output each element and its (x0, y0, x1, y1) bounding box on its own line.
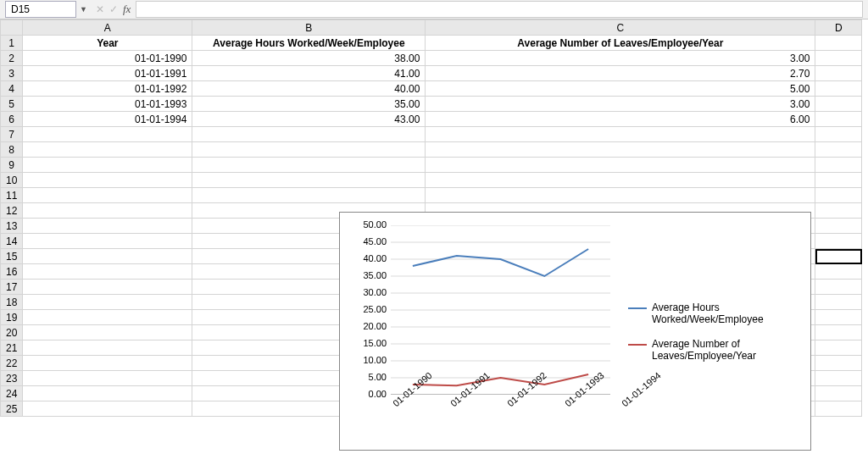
cell-A3[interactable]: 01-01-1991 (23, 66, 192, 81)
cell-A10[interactable] (23, 173, 192, 188)
row-header-9[interactable]: 9 (1, 158, 23, 173)
row-header-14[interactable]: 14 (1, 234, 23, 249)
row-header-22[interactable]: 22 (1, 356, 23, 371)
cell-A18[interactable] (23, 295, 192, 310)
row-header-8[interactable]: 8 (1, 142, 23, 158)
row-header-15[interactable]: 15 (1, 249, 23, 264)
row-header-19[interactable]: 19 (1, 310, 23, 325)
cell-A24[interactable] (23, 386, 192, 401)
cell-A16[interactable] (23, 264, 192, 280)
col-header-A[interactable]: A (23, 20, 192, 36)
cell-B11[interactable] (192, 188, 426, 203)
cell-C7[interactable] (426, 127, 815, 142)
cell-D2[interactable] (815, 51, 862, 66)
row-header-25[interactable]: 25 (1, 401, 23, 417)
cell-D22[interactable] (815, 356, 862, 371)
cell-B7[interactable] (192, 127, 426, 142)
cell-D8[interactable] (815, 142, 862, 158)
cell-D12[interactable] (815, 203, 862, 219)
cell-D18[interactable] (815, 295, 862, 310)
row-header-23[interactable]: 23 (1, 371, 23, 386)
enter-icon[interactable]: ✓ (109, 3, 118, 15)
cell-D25[interactable] (815, 401, 862, 417)
cell-A23[interactable] (23, 371, 192, 386)
cell-D9[interactable] (815, 158, 862, 173)
cell-C9[interactable] (426, 158, 815, 173)
cell-B9[interactable] (192, 158, 426, 173)
cell-C6[interactable]: 6.00 (426, 112, 815, 127)
col-header-corner[interactable] (1, 20, 23, 36)
cell-C5[interactable]: 3.00 (426, 97, 815, 112)
fx-icon[interactable]: fx (123, 3, 131, 16)
cell-A8[interactable] (23, 142, 192, 158)
cell-A6[interactable]: 01-01-1994 (23, 112, 192, 127)
cell-A21[interactable] (23, 340, 192, 356)
cell-D14[interactable] (815, 234, 862, 249)
row-header-13[interactable]: 13 (1, 219, 23, 234)
row-header-18[interactable]: 18 (1, 295, 23, 310)
cell-C3[interactable]: 2.70 (426, 66, 815, 81)
row-header-4[interactable]: 4 (1, 81, 23, 97)
row-header-24[interactable]: 24 (1, 386, 23, 401)
row-header-7[interactable]: 7 (1, 127, 23, 142)
cell-D17[interactable] (815, 280, 862, 295)
cell-D3[interactable] (815, 66, 862, 81)
row-header-5[interactable]: 5 (1, 97, 23, 112)
cell-B3[interactable]: 41.00 (192, 66, 426, 81)
cell-C4[interactable]: 5.00 (426, 81, 815, 97)
cell-C8[interactable] (426, 142, 815, 158)
row-header-17[interactable]: 17 (1, 280, 23, 295)
row-header-16[interactable]: 16 (1, 264, 23, 280)
cell-D6[interactable] (815, 112, 862, 127)
formula-input[interactable] (136, 1, 863, 18)
row-header-1[interactable]: 1 (1, 36, 23, 51)
cell-A11[interactable] (23, 188, 192, 203)
cell-D20[interactable] (815, 325, 862, 340)
cell-D4[interactable] (815, 81, 862, 97)
cell-A14[interactable] (23, 234, 192, 249)
row-header-6[interactable]: 6 (1, 112, 23, 127)
cell-C10[interactable] (426, 173, 815, 188)
cell-A20[interactable] (23, 325, 192, 340)
cell-B10[interactable] (192, 173, 426, 188)
cell-A15[interactable] (23, 249, 192, 264)
cell-D21[interactable] (815, 340, 862, 356)
cell-A17[interactable] (23, 280, 192, 295)
cell-C11[interactable] (426, 188, 815, 203)
row-header-20[interactable]: 20 (1, 325, 23, 340)
cell-A2[interactable]: 01-01-1990 (23, 51, 192, 66)
chart-container[interactable]: 0.005.0010.0015.0020.0025.0030.0035.0040… (339, 212, 811, 417)
cell-D5[interactable] (815, 97, 862, 112)
cell-D13[interactable] (815, 219, 862, 234)
row-header-10[interactable]: 10 (1, 173, 23, 188)
cell-B4[interactable]: 40.00 (192, 81, 426, 97)
cell-B6[interactable]: 43.00 (192, 112, 426, 127)
cell-A9[interactable] (23, 158, 192, 173)
cell-D10[interactable] (815, 173, 862, 188)
cell-A7[interactable] (23, 127, 192, 142)
col-header-D[interactable]: D (815, 20, 862, 36)
name-box-dropdown-icon[interactable]: ▼ (80, 5, 87, 14)
name-box[interactable]: D15 (5, 1, 76, 18)
cell-B2[interactable]: 38.00 (192, 51, 426, 66)
row-header-3[interactable]: 3 (1, 66, 23, 81)
cell-A4[interactable]: 01-01-1992 (23, 81, 192, 97)
col-header-B[interactable]: B (192, 20, 426, 36)
cell-A13[interactable] (23, 219, 192, 234)
cell-D7[interactable] (815, 127, 862, 142)
cancel-icon[interactable]: ✕ (96, 3, 104, 15)
cell-A12[interactable] (23, 203, 192, 219)
cell-C2[interactable]: 3.00 (426, 51, 815, 66)
cell-D1[interactable] (815, 36, 862, 51)
cell-D23[interactable] (815, 371, 862, 386)
row-header-12[interactable]: 12 (1, 203, 23, 219)
cell-D24[interactable] (815, 386, 862, 401)
cell-D15[interactable] (815, 249, 862, 264)
cell-D16[interactable] (815, 264, 862, 280)
col-header-C[interactable]: C (426, 20, 815, 36)
cell-A1[interactable]: Year (23, 36, 192, 51)
row-header-11[interactable]: 11 (1, 188, 23, 203)
row-header-2[interactable]: 2 (1, 51, 23, 66)
row-header-21[interactable]: 21 (1, 340, 23, 356)
cell-A5[interactable]: 01-01-1993 (23, 97, 192, 112)
